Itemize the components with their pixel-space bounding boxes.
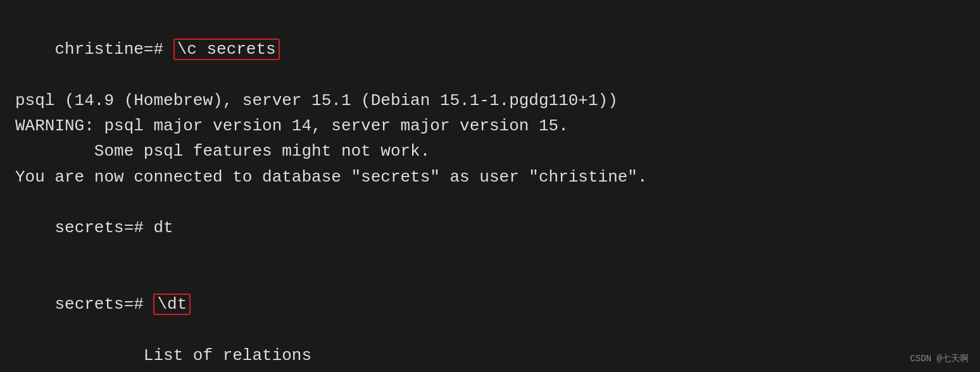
prompt-7: secrets=# [54, 295, 153, 314]
command-dt-plain: dt [153, 218, 173, 237]
prompt-1: christine=# [54, 40, 173, 59]
terminal-line-4: Some psql features might not work. [15, 139, 965, 164]
terminal-line-1: christine=# \c secrets [15, 11, 965, 88]
command-c-secrets: \c secrets [173, 39, 280, 60]
terminal-line-5: You are now connected to database "secre… [15, 164, 965, 190]
terminal-line-6: secrets=# dt [15, 190, 965, 266]
watermark: CSDN @七天啊 [910, 353, 969, 364]
terminal-line-9: Schema | Name | Type | Owner [15, 368, 965, 372]
terminal-line-3: WARNING: psql major version 14, server m… [15, 113, 965, 139]
terminal-line-2: psql (14.9 (Homebrew), server 15.1 (Debi… [15, 88, 965, 113]
command-dt-highlighted: \dt [153, 294, 191, 315]
terminal-line-8: List of relations [15, 343, 965, 368]
terminal-line-7: secrets=# \dt [15, 266, 965, 343]
prompt-6: secrets=# [54, 218, 153, 237]
terminal-container: christine=# \c secrets psql (14.9 (Homeb… [15, 11, 965, 372]
